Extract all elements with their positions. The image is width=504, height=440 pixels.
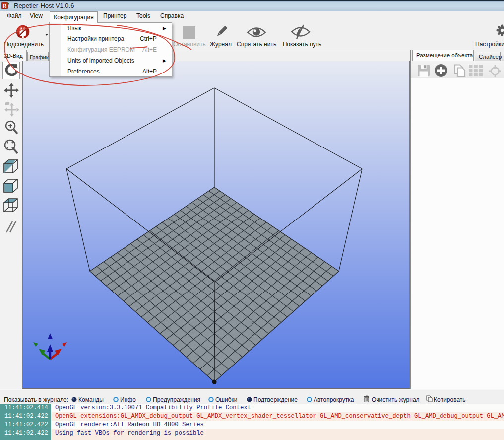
- svg-text:R: R: [3, 3, 7, 9]
